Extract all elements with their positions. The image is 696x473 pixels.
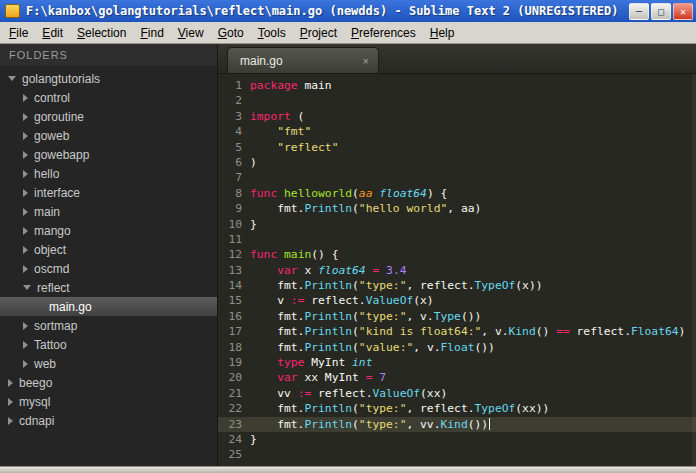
code-line-14[interactable]: 14 fmt.Println("type:", reflect.TypeOf(x… [218, 278, 696, 293]
code-line-13[interactable]: 13 var x float64 = 3.4 [218, 263, 696, 278]
chevron-right-icon[interactable] [23, 227, 28, 235]
code-line-21[interactable]: 21 vv := reflect.ValueOf(xx) [218, 386, 696, 401]
chevron-right-icon[interactable] [23, 208, 28, 216]
menu-item-project[interactable]: Project [293, 23, 344, 43]
code-line-11[interactable]: 11 [218, 232, 696, 247]
tree-item-label: web [34, 357, 56, 371]
menu-item-find[interactable]: Find [133, 23, 170, 43]
code-line-9[interactable]: 9 fmt.Println("hello world", aa) [218, 201, 696, 216]
code-line-24[interactable]: 24} [218, 432, 696, 447]
chevron-right-icon[interactable] [8, 417, 13, 425]
code-text: var xx MyInt = 7 [250, 370, 386, 385]
code-line-18[interactable]: 18 fmt.Println("value:", v.Float()) [218, 340, 696, 355]
line-number: 12 [218, 247, 250, 262]
line-number: 2 [218, 93, 250, 108]
tree-item-control[interactable]: control [0, 88, 217, 107]
menu-item-selection[interactable]: Selection [70, 23, 133, 43]
menu-item-view[interactable]: View [171, 23, 211, 43]
line-number: 17 [218, 324, 250, 339]
tree-item-gowebapp[interactable]: gowebapp [0, 145, 217, 164]
code-line-16[interactable]: 16 fmt.Println("type:", v.Type()) [218, 309, 696, 324]
chevron-right-icon[interactable] [23, 341, 28, 349]
tree-item-sortmap[interactable]: sortmap [0, 316, 217, 335]
menu-item-tools[interactable]: Tools [251, 23, 293, 43]
tree-item-object[interactable]: object [0, 240, 217, 259]
tree-item-golangtutorials[interactable]: golangtutorials [0, 69, 217, 88]
menu-item-preferences[interactable]: Preferences [344, 23, 423, 43]
tree-item-hello[interactable]: hello [0, 164, 217, 183]
code-line-23[interactable]: 23 fmt.Println("type:", vv.Kind()) [218, 417, 696, 432]
chevron-right-icon[interactable] [8, 379, 13, 387]
sidebar: FOLDERS golangtutorialscontrolgoroutineg… [0, 44, 218, 466]
tree-item-main-go[interactable]: main.go [0, 297, 217, 316]
tree-item-tattoo[interactable]: Tattoo [0, 335, 217, 354]
chevron-down-icon[interactable] [8, 76, 16, 81]
menu-item-goto[interactable]: Goto [211, 23, 251, 43]
chevron-right-icon[interactable] [23, 189, 28, 197]
code-line-10[interactable]: 10} [218, 217, 696, 232]
chevron-right-icon[interactable] [23, 246, 28, 254]
tree-item-goroutine[interactable]: goroutine [0, 107, 217, 126]
tree-item-mango[interactable]: mango [0, 221, 217, 240]
tree-item-label: gowebapp [34, 148, 89, 162]
tree-item-mysql[interactable]: mysql [0, 392, 217, 411]
chevron-down-icon[interactable] [23, 285, 31, 290]
code-line-4[interactable]: 4 "fmt" [218, 124, 696, 139]
tree-item-cdnapi[interactable]: cdnapi [0, 411, 217, 430]
tree-item-label: Tattoo [34, 338, 67, 352]
line-number: 11 [218, 232, 250, 247]
tree-item-label: sortmap [34, 319, 77, 333]
code-text: "reflect" [250, 140, 338, 155]
chevron-right-icon[interactable] [23, 360, 28, 368]
tree-item-interface[interactable]: interface [0, 183, 217, 202]
code-line-3[interactable]: 3import ( [218, 109, 696, 124]
chevron-right-icon[interactable] [23, 170, 28, 178]
tree-item-beego[interactable]: beego [0, 373, 217, 392]
code-line-1[interactable]: 1package main [218, 78, 696, 93]
code-line-17[interactable]: 17 fmt.Println("kind is float64:", v.Kin… [218, 324, 696, 339]
code-text: v := reflect.ValueOf(x) [250, 293, 434, 308]
tree-item-reflect[interactable]: reflect [0, 278, 217, 297]
minimize-button[interactable]: ─ [629, 3, 649, 20]
maximize-button[interactable]: □ [651, 3, 671, 20]
tree-item-label: oscmd [34, 262, 69, 276]
code-line-7[interactable]: 7 [218, 170, 696, 185]
code-line-6[interactable]: 6) [218, 155, 696, 170]
tree-item-label: goroutine [34, 110, 84, 124]
code-text: package main [250, 78, 332, 93]
chevron-right-icon[interactable] [23, 132, 28, 140]
chevron-right-icon[interactable] [23, 94, 28, 102]
vertical-scrollbar[interactable] [692, 74, 696, 466]
menu-item-file[interactable]: File [2, 23, 35, 43]
line-number: 16 [218, 309, 250, 324]
tree-item-main[interactable]: main [0, 202, 217, 221]
code-line-15[interactable]: 15 v := reflect.ValueOf(x) [218, 293, 696, 308]
tree-item-web[interactable]: web [0, 354, 217, 373]
code-line-19[interactable]: 19 type MyInt int [218, 355, 696, 370]
tree-item-oscmd[interactable]: oscmd [0, 259, 217, 278]
tree-item-label: cdnapi [19, 414, 54, 428]
tab-main-go[interactable]: main.go × [227, 47, 379, 73]
code-line-22[interactable]: 22 fmt.Println("type:", reflect.TypeOf(x… [218, 401, 696, 416]
line-number: 25 [218, 447, 250, 462]
code-line-12[interactable]: 12func main() { [218, 247, 696, 262]
menu-item-help[interactable]: Help [423, 23, 462, 43]
close-button[interactable]: ✕ [673, 3, 693, 20]
code-line-2[interactable]: 2 [218, 93, 696, 108]
chevron-right-icon[interactable] [23, 151, 28, 159]
chevron-right-icon[interactable] [8, 398, 13, 406]
chevron-right-icon[interactable] [23, 265, 28, 273]
code-line-20[interactable]: 20 var xx MyInt = 7 [218, 370, 696, 385]
code-line-8[interactable]: 8func helloworld(aa float64) { [218, 186, 696, 201]
chevron-right-icon[interactable] [23, 113, 28, 121]
tab-close-icon[interactable]: × [363, 55, 369, 67]
menu-item-edit[interactable]: Edit [35, 23, 70, 43]
tree-item-goweb[interactable]: goweb [0, 126, 217, 145]
tab-bar: main.go × [218, 44, 696, 74]
code-text: import ( [250, 109, 304, 124]
code-editor[interactable]: 1package main23import (4 "fmt"5 "reflect… [218, 74, 696, 466]
chevron-right-icon[interactable] [23, 322, 28, 330]
code-line-25[interactable]: 25 [218, 447, 696, 462]
code-line-5[interactable]: 5 "reflect" [218, 140, 696, 155]
line-number: 8 [218, 186, 250, 201]
